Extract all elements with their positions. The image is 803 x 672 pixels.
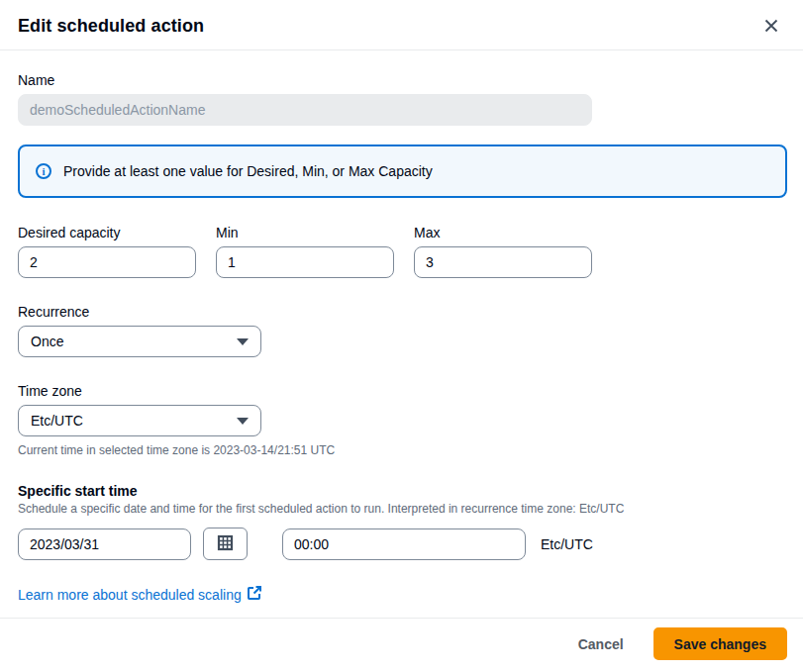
capacity-fields-row: Desired capacity Min Max — [18, 225, 787, 278]
time-zone-selected-value: Etc/UTC — [31, 413, 83, 429]
external-link-icon — [247, 585, 262, 605]
recurrence-select[interactable]: Once — [18, 326, 261, 357]
time-zone-group: Time zone Etc/UTC Current time in select… — [18, 383, 787, 457]
datetime-row: Etc/UTC — [18, 528, 787, 560]
close-button[interactable] — [759, 14, 783, 38]
name-field-group: Name — [18, 72, 787, 126]
modal-footer: Cancel Save changes — [0, 618, 803, 672]
close-icon — [763, 22, 779, 37]
current-time-helper: Current time in selected time zone is 20… — [18, 443, 787, 457]
time-zone-label: Time zone — [18, 383, 787, 399]
desired-capacity-group: Desired capacity — [18, 225, 196, 278]
start-time-description: Schedule a specific date and time for th… — [18, 502, 787, 516]
recurrence-label: Recurrence — [18, 304, 787, 320]
max-capacity-label: Max — [414, 225, 592, 240]
start-time-group: Specific start time Schedule a specific … — [18, 483, 787, 560]
desired-capacity-input[interactable] — [18, 246, 196, 278]
calendar-icon — [217, 534, 234, 554]
chevron-down-icon — [237, 338, 249, 345]
modal-header: Edit scheduled action — [0, 0, 803, 50]
recurrence-group: Recurrence Once — [18, 304, 787, 357]
date-input[interactable] — [18, 528, 191, 560]
calendar-button[interactable] — [203, 528, 248, 560]
desired-capacity-label: Desired capacity — [18, 225, 196, 240]
chevron-down-icon — [237, 418, 249, 425]
modal-content: Name i Provide at least one value for De… — [0, 50, 803, 618]
edit-scheduled-action-modal: Edit scheduled action Name i Provide at … — [0, 0, 803, 672]
min-capacity-label: Min — [216, 225, 394, 240]
info-circle-icon: i — [36, 163, 51, 179]
alert-message: Provide at least one value for Desired, … — [63, 163, 433, 179]
info-alert: i Provide at least one value for Desired… — [18, 144, 787, 198]
learn-more-link[interactable]: Learn more about scheduled scaling — [18, 587, 242, 603]
modal-title: Edit scheduled action — [18, 16, 204, 37]
recurrence-selected-value: Once — [31, 334, 63, 349]
min-capacity-group: Min — [216, 225, 394, 278]
min-capacity-input[interactable] — [216, 246, 394, 278]
save-changes-button[interactable]: Save changes — [653, 627, 787, 660]
time-zone-suffix: Etc/UTC — [541, 536, 593, 552]
time-input[interactable] — [282, 528, 526, 560]
max-capacity-input[interactable] — [414, 246, 592, 278]
start-time-label: Specific start time — [18, 483, 787, 499]
learn-more-row: Learn more about scheduled scaling — [18, 585, 787, 605]
cancel-button[interactable]: Cancel — [576, 630, 626, 658]
time-zone-select[interactable]: Etc/UTC — [18, 405, 261, 436]
name-input — [18, 94, 592, 126]
max-capacity-group: Max — [414, 225, 592, 278]
name-label: Name — [18, 72, 787, 88]
